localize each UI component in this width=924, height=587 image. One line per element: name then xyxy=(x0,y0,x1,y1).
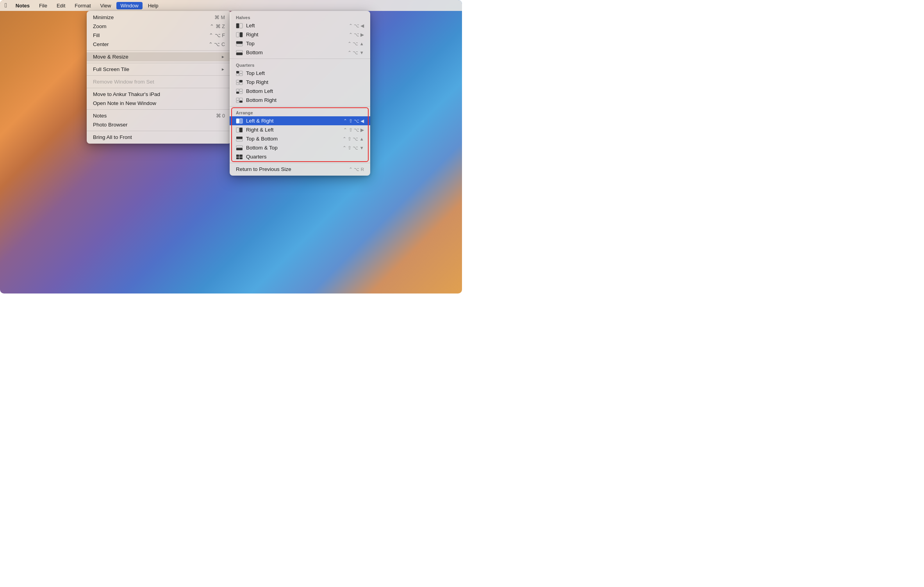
svg-rect-30 xyxy=(236,146,243,148)
submenu-bottom[interactable]: Bottom ⌃ ⌥ ▼ xyxy=(230,48,370,57)
menu-notes[interactable]: Notes ⌘ 0 xyxy=(87,111,231,120)
menu-move-resize[interactable]: Move & Resize ► xyxy=(87,52,231,61)
svg-rect-7 xyxy=(236,53,243,55)
svg-rect-1 xyxy=(239,23,243,28)
submenu-sep-footer xyxy=(230,163,370,163)
svg-rect-14 xyxy=(236,83,239,85)
bottom-icon xyxy=(236,50,243,55)
menubar-item-window[interactable]: Window xyxy=(116,2,142,9)
top-bottom-icon xyxy=(236,136,243,142)
svg-rect-13 xyxy=(239,80,243,82)
menu-sep-5 xyxy=(87,109,231,110)
svg-rect-17 xyxy=(239,89,243,91)
menu-sep-3 xyxy=(87,75,231,76)
top-right-icon xyxy=(236,80,243,85)
svg-rect-6 xyxy=(236,50,243,52)
bottom-top-icon xyxy=(236,145,243,151)
menubar:  Notes File Edit Format View Window Hel… xyxy=(0,0,462,11)
menu-open-note-new-window[interactable]: Open Note in New Window xyxy=(87,99,231,108)
svg-rect-4 xyxy=(236,41,243,44)
submenu-bottom-right[interactable]: Bottom Right xyxy=(230,96,370,105)
menu-sep-6 xyxy=(87,131,231,131)
top-icon xyxy=(236,41,243,46)
submenu-top-bottom[interactable]: Top & Bottom ⌃ ⇧ ⌥ ▲ xyxy=(230,134,370,143)
svg-rect-25 xyxy=(239,119,243,123)
svg-rect-33 xyxy=(239,155,243,157)
submenu-top-right[interactable]: Top Right xyxy=(230,78,370,87)
svg-rect-8 xyxy=(236,71,239,73)
top-left-icon xyxy=(236,71,243,76)
halves-header: Halves xyxy=(230,13,370,21)
svg-rect-10 xyxy=(236,74,239,76)
svg-rect-9 xyxy=(239,71,243,73)
menu-full-screen-tile[interactable]: Full Screen Tile ► xyxy=(87,65,231,74)
menu-photo-browser[interactable]: Photo Browser xyxy=(87,120,231,129)
submenu-bottom-left[interactable]: Bottom Left xyxy=(230,87,370,96)
submenu-right-left[interactable]: Right & Left ⌃ ⇧ ⌥ ▶ xyxy=(230,125,370,134)
arrange-header: Arrange xyxy=(230,108,370,116)
svg-rect-31 xyxy=(236,148,243,150)
svg-rect-20 xyxy=(236,98,239,100)
svg-rect-0 xyxy=(236,23,239,28)
quarters-header: Quarters xyxy=(230,60,370,69)
menubar-item-view[interactable]: View xyxy=(96,2,115,9)
menubar-item-edit[interactable]: Edit xyxy=(53,2,69,9)
bottom-left-icon xyxy=(236,89,243,94)
svg-rect-27 xyxy=(239,128,243,132)
svg-rect-19 xyxy=(239,92,243,94)
submenu-top[interactable]: Top ⌃ ⌥ ▲ xyxy=(230,39,370,48)
menu-sep-2 xyxy=(87,63,231,63)
svg-rect-29 xyxy=(236,139,243,141)
svg-rect-34 xyxy=(236,157,239,159)
svg-rect-22 xyxy=(236,101,239,103)
menubar-item-notes[interactable]: Notes xyxy=(12,2,34,9)
svg-rect-26 xyxy=(236,128,239,132)
menubar-item-help[interactable]: Help xyxy=(144,2,162,9)
submenu-sep-quarters xyxy=(230,59,370,59)
menubar-item-format[interactable]: Format xyxy=(71,2,95,9)
submenu-bottom-top[interactable]: Bottom & Top ⌃ ⇧ ⌥ ▼ xyxy=(230,143,370,152)
svg-rect-32 xyxy=(236,155,239,157)
svg-rect-15 xyxy=(239,83,243,85)
svg-rect-28 xyxy=(236,137,243,139)
menubar-item-file[interactable]: File xyxy=(35,2,51,9)
svg-rect-21 xyxy=(239,98,243,100)
bottom-right-icon xyxy=(236,98,243,103)
submenu-return-previous-size[interactable]: Return to Previous Size ⌃ ⌥ R xyxy=(230,165,370,174)
submenu-top-left[interactable]: Top Left xyxy=(230,69,370,78)
submenu-left-right[interactable]: Left & Right ⌃ ⇧ ⌥ ◀ xyxy=(230,116,370,125)
svg-rect-2 xyxy=(236,32,239,37)
svg-rect-35 xyxy=(239,157,243,159)
arrange-section: Arrange Left & Right ⌃ ⇧ ⌥ ◀ Right & Lef… xyxy=(230,108,370,161)
menu-bring-all-front[interactable]: Bring All to Front xyxy=(87,133,231,142)
menu-minimize[interactable]: Minimize ⌘ M xyxy=(87,13,231,22)
menu-zoom[interactable]: Zoom ⌃ ⌘ Z xyxy=(87,22,231,31)
menu-sep-1 xyxy=(87,50,231,51)
move-resize-submenu: Halves Left ⌃ ⌥ ◀ Right ⌃ ⌥ ▶ Top xyxy=(230,11,370,176)
svg-rect-16 xyxy=(236,89,239,91)
quarters-icon xyxy=(236,154,243,160)
menu-fill[interactable]: Fill ⌃ ⌥ F xyxy=(87,31,231,40)
svg-rect-11 xyxy=(239,74,243,76)
submenu-quarters[interactable]: Quarters xyxy=(230,152,370,161)
svg-rect-23 xyxy=(239,101,243,103)
submenu-left[interactable]: Left ⌃ ⌥ ◀ xyxy=(230,21,370,30)
menu-remove-window: Remove Window from Set xyxy=(87,77,231,86)
menu-sep-4 xyxy=(87,88,231,88)
svg-rect-18 xyxy=(236,92,239,94)
svg-rect-24 xyxy=(236,119,239,123)
apple-menu-icon[interactable]:  xyxy=(5,2,7,9)
svg-rect-12 xyxy=(236,80,239,82)
svg-rect-5 xyxy=(236,44,243,46)
menu-move-to-ipad[interactable]: Move to Ankur Thakur's iPad xyxy=(87,90,231,99)
left-right-icon xyxy=(236,118,243,124)
left-icon xyxy=(236,23,243,28)
right-icon xyxy=(236,32,243,37)
submenu-right[interactable]: Right ⌃ ⌥ ▶ xyxy=(230,30,370,39)
svg-rect-3 xyxy=(240,32,243,37)
right-left-icon xyxy=(236,127,243,133)
submenu-sep-arrange xyxy=(230,106,370,107)
window-menu: Minimize ⌘ M Zoom ⌃ ⌘ Z Fill ⌃ ⌥ F Cente… xyxy=(87,11,231,144)
menu-center[interactable]: Center ⌃ ⌥ C xyxy=(87,40,231,49)
